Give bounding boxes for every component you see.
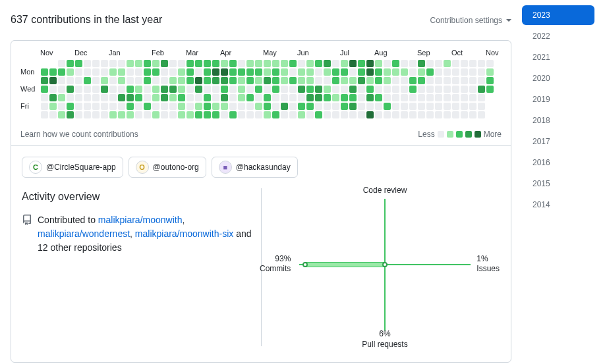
calendar-day-cell[interactable] — [384, 60, 391, 67]
calendar-day-cell[interactable] — [58, 68, 65, 76]
year-tab-2015[interactable]: 2015 — [522, 174, 594, 194]
calendar-day-cell[interactable] — [281, 103, 288, 110]
calendar-day-cell[interactable] — [152, 111, 159, 118]
calendar-day-cell[interactable] — [41, 77, 48, 84]
calendar-day-cell[interactable] — [92, 86, 100, 93]
calendar-day-cell[interactable] — [341, 94, 348, 101]
calendar-day-cell[interactable] — [289, 86, 297, 93]
calendar-day-cell[interactable] — [444, 68, 451, 76]
calendar-day-cell[interactable] — [324, 111, 331, 118]
calendar-day-cell[interactable] — [246, 60, 254, 67]
calendar-day-cell[interactable] — [118, 111, 125, 118]
calendar-day-cell[interactable] — [144, 86, 151, 93]
calendar-day-cell[interactable] — [375, 103, 382, 110]
calendar-day-cell[interactable] — [366, 103, 374, 110]
calendar-day-cell[interactable] — [469, 77, 476, 84]
calendar-day-cell[interactable] — [358, 94, 365, 101]
calendar-day-cell[interactable] — [118, 103, 125, 110]
calendar-day-cell[interactable] — [127, 111, 134, 118]
calendar-day-cell[interactable] — [101, 94, 108, 101]
calendar-day-cell[interactable] — [332, 111, 339, 118]
calendar-day-cell[interactable] — [212, 111, 219, 118]
calendar-day-cell[interactable] — [366, 77, 374, 84]
calendar-day-cell[interactable] — [349, 94, 357, 101]
calendar-day-cell[interactable] — [306, 103, 314, 110]
calendar-day-cell[interactable] — [84, 60, 91, 67]
calendar-day-cell[interactable] — [264, 86, 271, 93]
calendar-day-cell[interactable] — [486, 68, 494, 76]
calendar-day-cell[interactable] — [486, 86, 494, 93]
calendar-day-cell[interactable] — [229, 68, 237, 76]
calendar-day-cell[interactable] — [41, 103, 48, 110]
calendar-day-cell[interactable] — [67, 68, 74, 76]
calendar-day-cell[interactable] — [315, 103, 322, 110]
calendar-day-cell[interactable] — [306, 94, 314, 101]
calendar-day-cell[interactable] — [392, 94, 399, 101]
calendar-day-cell[interactable] — [49, 86, 57, 93]
calendar-day-cell[interactable] — [426, 60, 434, 67]
calendar-day-cell[interactable] — [135, 77, 142, 84]
contrib-settings-dropdown[interactable]: Contribution settings — [430, 16, 511, 25]
calendar-day-cell[interactable] — [221, 77, 228, 84]
calendar-day-cell[interactable] — [306, 77, 314, 84]
org-chip[interactable]: C@CircleSquare-app — [22, 157, 123, 178]
calendar-day-cell[interactable] — [152, 103, 159, 110]
calendar-day-cell[interactable] — [255, 86, 262, 93]
calendar-day-cell[interactable] — [272, 77, 279, 84]
calendar-day-cell[interactable] — [204, 77, 211, 84]
calendar-day-cell[interactable] — [92, 103, 100, 110]
calendar-day-cell[interactable] — [324, 60, 331, 67]
calendar-day-cell[interactable] — [84, 68, 91, 76]
calendar-day-cell[interactable] — [135, 86, 142, 93]
calendar-day-cell[interactable] — [392, 103, 399, 110]
calendar-day-cell[interactable] — [144, 103, 151, 110]
calendar-day-cell[interactable] — [384, 111, 391, 118]
calendar-day-cell[interactable] — [204, 103, 211, 110]
calendar-day-cell[interactable] — [375, 94, 382, 101]
calendar-day-cell[interactable] — [135, 94, 142, 101]
calendar-day-cell[interactable] — [109, 86, 117, 93]
calendar-day-cell[interactable] — [461, 60, 468, 67]
calendar-day-cell[interactable] — [324, 103, 331, 110]
calendar-day-cell[interactable] — [426, 103, 434, 110]
calendar-day-cell[interactable] — [144, 111, 151, 118]
calendar-day-cell[interactable] — [384, 77, 391, 84]
calendar-day-cell[interactable] — [127, 86, 134, 93]
calendar-day-cell[interactable] — [246, 68, 254, 76]
year-tab-2017[interactable]: 2017 — [522, 132, 594, 151]
calendar-day-cell[interactable] — [58, 94, 65, 101]
calendar-day-cell[interactable] — [229, 86, 237, 93]
calendar-day-cell[interactable] — [306, 68, 314, 76]
calendar-day-cell[interactable] — [435, 103, 442, 110]
calendar-day-cell[interactable] — [84, 86, 91, 93]
calendar-day-cell[interactable] — [152, 94, 159, 101]
calendar-day-cell[interactable] — [418, 60, 425, 67]
calendar-day-cell[interactable] — [187, 94, 194, 101]
calendar-day-cell[interactable] — [392, 60, 399, 67]
calendar-day-cell[interactable] — [375, 68, 382, 76]
calendar-day-cell[interactable] — [341, 60, 348, 67]
calendar-day-cell[interactable] — [255, 77, 262, 84]
calendar-day-cell[interactable] — [366, 94, 374, 101]
calendar-day-cell[interactable] — [332, 77, 339, 84]
calendar-day-cell[interactable] — [461, 103, 468, 110]
calendar-day-cell[interactable] — [161, 68, 168, 76]
calendar-day-cell[interactable] — [118, 94, 125, 101]
calendar-day-cell[interactable] — [178, 77, 185, 84]
calendar-day-cell[interactable] — [169, 111, 177, 118]
calendar-day-cell[interactable] — [84, 103, 91, 110]
calendar-day-cell[interactable] — [298, 111, 305, 118]
calendar-day-cell[interactable] — [452, 60, 459, 67]
calendar-day-cell[interactable] — [409, 94, 417, 101]
calendar-day-cell[interactable] — [195, 60, 202, 67]
calendar-day-cell[interactable] — [204, 68, 211, 76]
calendar-day-cell[interactable] — [135, 103, 142, 110]
calendar-day-cell[interactable] — [444, 94, 451, 101]
calendar-day-cell[interactable] — [58, 77, 65, 84]
calendar-day-cell[interactable] — [204, 60, 211, 67]
calendar-day-cell[interactable] — [426, 94, 434, 101]
calendar-day-cell[interactable] — [41, 86, 48, 93]
calendar-day-cell[interactable] — [298, 60, 305, 67]
calendar-day-cell[interactable] — [358, 103, 365, 110]
repo-link[interactable]: malikpiara/moonwith — [98, 215, 183, 225]
